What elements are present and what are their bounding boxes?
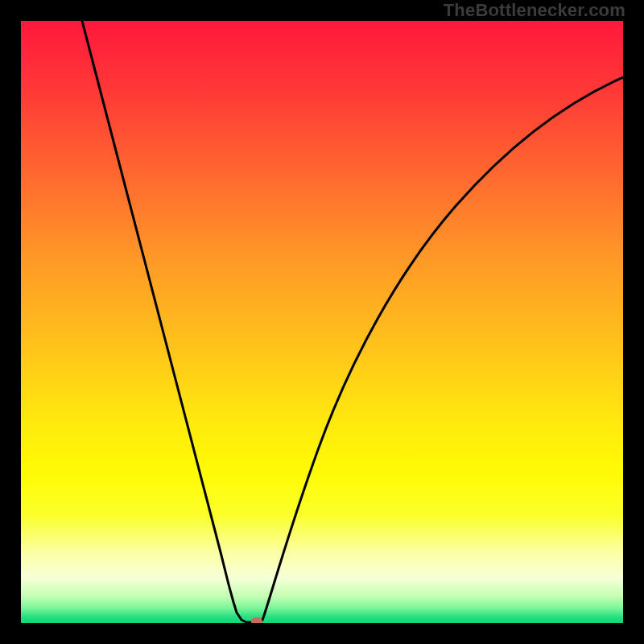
minimum-marker	[251, 617, 262, 624]
curve-right-branch	[262, 77, 623, 620]
chart-frame: { "watermark": { "text": "TheBottlenecke…	[0, 0, 644, 644]
curve-left-branch	[82, 21, 262, 622]
watermark-text: TheBottlenecker.com	[444, 0, 625, 21]
bottleneck-curve	[21, 21, 623, 623]
plot-area	[21, 21, 623, 623]
